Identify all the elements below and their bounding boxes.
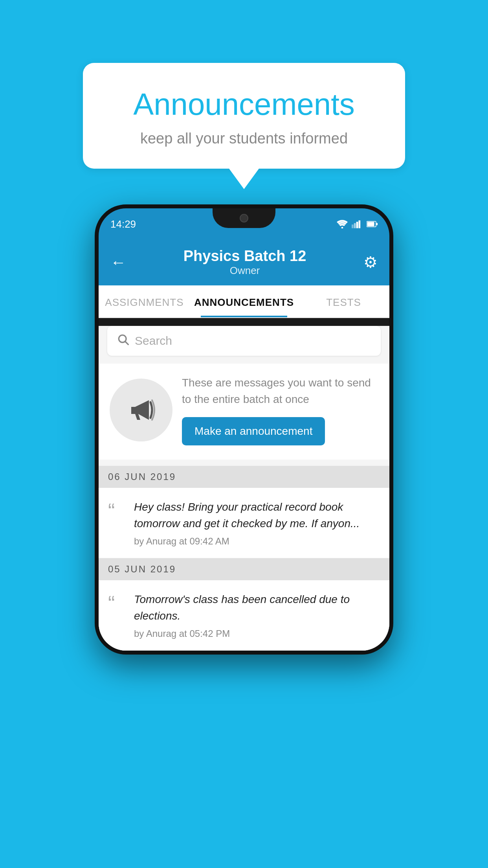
- header-center: Physics Batch 12 Owner: [183, 248, 306, 277]
- battery-icon: [367, 220, 378, 228]
- search-bar[interactable]: Search: [107, 326, 381, 356]
- svg-rect-2: [354, 223, 356, 228]
- svg-point-0: [341, 227, 343, 228]
- gear-icon[interactable]: ⚙: [363, 253, 378, 271]
- quote-icon-2: “: [108, 593, 125, 613]
- speech-bubble-subtitle: keep all your students informed: [106, 130, 382, 147]
- announcement-item-2[interactable]: “ Tomorrow's class has been cancelled du…: [99, 580, 389, 651]
- tab-tests[interactable]: TESTS: [298, 285, 389, 317]
- camera: [240, 214, 248, 223]
- status-time: 14:29: [110, 218, 136, 230]
- speech-bubble: Announcements keep all your students inf…: [83, 63, 405, 169]
- svg-line-9: [125, 342, 128, 344]
- notch: [213, 208, 275, 228]
- promo-card: These are messages you want to send to t…: [99, 364, 389, 460]
- announcement-message-1: Hey class! Bring your practical record b…: [134, 499, 380, 532]
- svg-rect-3: [356, 222, 358, 228]
- speech-bubble-tail: [229, 169, 259, 189]
- wifi-icon: [337, 220, 348, 228]
- batch-title: Physics Batch 12: [183, 248, 306, 265]
- status-icons: [337, 220, 378, 228]
- announcement-text-1: Hey class! Bring your practical record b…: [134, 499, 380, 547]
- search-placeholder: Search: [135, 334, 172, 348]
- tab-assignments[interactable]: ASSIGNMENTS: [99, 285, 190, 317]
- date-separator-1: 06 JUN 2019: [99, 466, 389, 488]
- announcement-meta-2: by Anurag at 05:42 PM: [134, 628, 380, 639]
- announcement-meta-1: by Anurag at 09:42 AM: [134, 536, 380, 547]
- quote-icon-1: “: [108, 500, 125, 521]
- announcement-icon: [125, 394, 157, 426]
- phone-wrapper: 14:29: [83, 204, 405, 655]
- owner-label: Owner: [183, 265, 306, 277]
- speech-bubble-title: Announcements: [106, 86, 382, 122]
- svg-rect-7: [367, 222, 374, 226]
- svg-rect-6: [376, 223, 378, 225]
- phone-mockup: 14:29: [95, 204, 393, 655]
- promo-text-area: These are messages you want to send to t…: [182, 375, 378, 445]
- make-announcement-button[interactable]: Make an announcement: [182, 417, 325, 445]
- announcement-text-2: Tomorrow's class has been cancelled due …: [134, 591, 380, 639]
- promo-icon-circle: [110, 379, 172, 441]
- promo-description: These are messages you want to send to t…: [182, 375, 378, 408]
- date-separator-2: 05 JUN 2019: [99, 558, 389, 580]
- announcement-message-2: Tomorrow's class has been cancelled due …: [134, 591, 380, 624]
- tabs: ASSIGNMENTS ANNOUNCEMENTS TESTS: [99, 285, 389, 318]
- app-header: ← Physics Batch 12 Owner ⚙: [99, 240, 389, 285]
- svg-rect-1: [352, 224, 354, 228]
- tab-announcements[interactable]: ANNOUNCEMENTS: [190, 285, 298, 317]
- svg-rect-4: [359, 221, 361, 228]
- search-icon: [117, 333, 129, 349]
- announcement-item-1[interactable]: “ Hey class! Bring your practical record…: [99, 488, 389, 558]
- status-bar: 14:29: [99, 208, 389, 240]
- speech-bubble-container: Announcements keep all your students inf…: [83, 63, 405, 189]
- signal-icon: [352, 220, 363, 228]
- back-button[interactable]: ←: [110, 254, 126, 271]
- app-content: Search These are messages you want to se…: [99, 326, 389, 651]
